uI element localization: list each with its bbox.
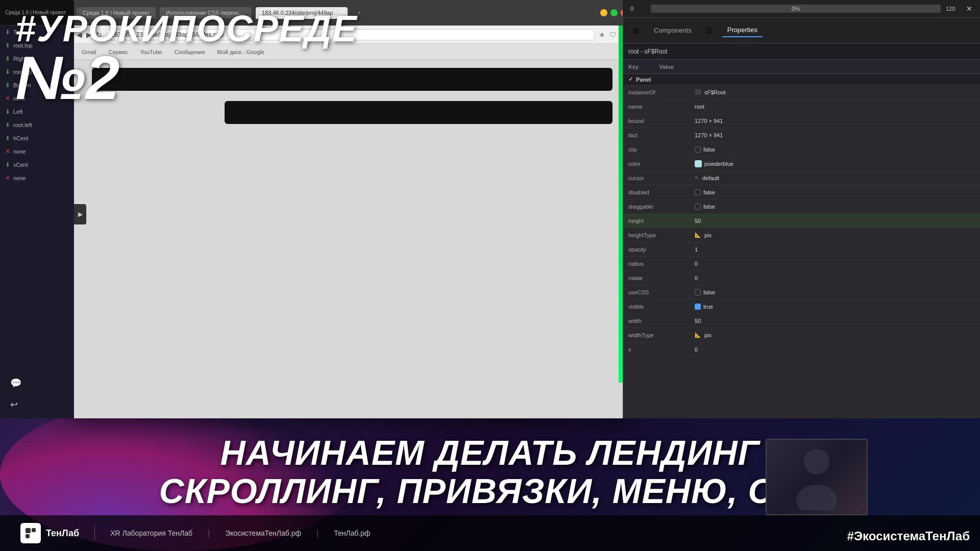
ref-icon: ⬛: [695, 89, 701, 95]
link-separator-1: |: [208, 529, 210, 538]
tab-components[interactable]: Components: [649, 24, 697, 37]
prop-row-rotate[interactable]: rotate 0: [623, 271, 980, 285]
prop-value-draggable: false: [695, 204, 975, 210]
prop-row-opacity[interactable]: opacity 1: [623, 242, 980, 257]
prop-row-visible[interactable]: visible true: [623, 299, 980, 314]
sidebar-item-vcent-group[interactable]: ⬇ vCent: [0, 158, 74, 171]
prop-key-rotate: rotate: [628, 275, 690, 281]
sidebar-icon-2[interactable]: ↩: [5, 396, 69, 413]
brand-link-2[interactable]: ЭкосистемаТенЛаб.рф: [225, 529, 301, 537]
svg-point-4: [796, 485, 837, 510]
prop-value-usecss: false: [695, 289, 975, 295]
prop-key-width: width: [628, 318, 690, 324]
prop-value-width: 50: [695, 318, 975, 324]
components-icon: ⊞: [631, 26, 641, 36]
color-swatch[interactable]: [695, 160, 702, 167]
episode-number: №2: [15, 47, 358, 108]
checkbox-clip[interactable]: [695, 146, 701, 153]
sidebar-item-none-3[interactable]: ✕ none: [0, 171, 74, 185]
prop-row-disabled[interactable]: disabled false: [623, 185, 980, 199]
window-maximize-btn[interactable]: [610, 9, 618, 16]
prop-key-visible: visible: [628, 304, 690, 310]
checkbox-disabled[interactable]: [695, 189, 701, 195]
properties-table: ✓ Panel instanceOf ⬛ sF$Root name root b…: [623, 74, 980, 418]
unit-icon-height: 📐: [695, 232, 701, 238]
prop-key-draggable: draggable: [628, 204, 690, 210]
webcam-video: [767, 440, 867, 514]
prop-row-bound[interactable]: bound 1270 × 941: [623, 114, 980, 128]
prop-row-draggable[interactable]: draggable false: [623, 199, 980, 214]
prop-value-x: 0: [695, 346, 975, 353]
prop-row-name[interactable]: name root: [623, 99, 980, 114]
properties-icon: ☰: [704, 26, 715, 36]
sidebar-item-hcent-group[interactable]: ⬇ hCent: [0, 132, 74, 145]
prop-key-usecss: useCSS: [628, 289, 690, 295]
prop-row-cursor[interactable]: cursor ↖ default: [623, 171, 980, 185]
sidebar-item-none-2[interactable]: ✕ none: [0, 145, 74, 158]
prop-value-opacity: 1: [695, 246, 975, 253]
top-progress-bar: 0 0% 120 ✕: [623, 0, 980, 18]
webcam-thumbnail: [766, 439, 868, 515]
link-separator-2: |: [316, 529, 318, 538]
prop-row-heighttype[interactable]: heightType 📐 pix: [623, 228, 980, 242]
arrow-down-icon-9: ⬇: [5, 161, 10, 168]
brand-icon: [20, 523, 41, 543]
prop-value-instanceof: ⬛ sF$Root: [695, 89, 975, 95]
checkbox-visible[interactable]: [695, 304, 701, 310]
sidebar-item-root-left[interactable]: ⬇ root.left: [0, 118, 74, 132]
sidebar-label-root-left: root.left: [13, 122, 32, 128]
panel-section-header: ✓ Panel: [623, 74, 980, 85]
brand-link-3[interactable]: ТенЛаб.рф: [334, 529, 370, 537]
brand-logo: ТенЛаб: [20, 523, 79, 543]
tab-properties[interactable]: Properties: [722, 23, 763, 37]
prop-value-widthtype: 📐 pix: [695, 332, 975, 338]
prop-row-radius[interactable]: radius 0: [623, 257, 980, 271]
prop-key-color: color: [628, 161, 690, 167]
prop-value-height: 50: [695, 218, 975, 224]
prop-key-x: x: [628, 346, 690, 353]
close-icon-3: ✕: [5, 174, 10, 182]
close-icon-2: ✕: [5, 148, 10, 155]
svg-rect-2: [26, 534, 30, 538]
window-minimize-btn[interactable]: [600, 9, 607, 16]
close-button-top[interactable]: ✕: [966, 5, 972, 13]
bookmark-icon[interactable]: ★: [599, 31, 605, 39]
checkbox-draggable[interactable]: [695, 204, 701, 210]
prop-row-clip[interactable]: clip false: [623, 142, 980, 157]
prop-value-color: powderblue: [695, 160, 975, 167]
checkbox-usecss[interactable]: [695, 289, 701, 295]
prop-row-x[interactable]: x 0: [623, 342, 980, 357]
progress-container: 0%: [651, 5, 941, 13]
prop-value-heighttype: 📐 pix: [695, 232, 975, 238]
prop-key-bound: bound: [628, 118, 690, 124]
prop-row-widthtype[interactable]: widthType 📐 pix: [623, 328, 980, 342]
prop-value-bound: 1270 × 941: [695, 118, 975, 124]
prop-key-clip: clip: [628, 146, 690, 153]
cursor-icon: ↖: [695, 175, 699, 181]
prop-value-fact: 1270 × 941: [695, 132, 975, 138]
prop-row-fact[interactable]: fact 1270 × 941: [623, 128, 980, 142]
prop-key-fact: fact: [628, 132, 690, 138]
sidebar-icon-1[interactable]: 💬: [5, 374, 69, 392]
prop-row-width[interactable]: width 50: [623, 314, 980, 328]
prop-value-name: root: [695, 104, 975, 110]
prop-row-color[interactable]: color powderblue: [623, 157, 980, 171]
prop-row-usecss[interactable]: useCSS false: [623, 285, 980, 299]
right-panel: ⊞ Components ☰ Properties root - sF$Root…: [623, 0, 980, 418]
play-button[interactable]: ▶: [74, 204, 86, 224]
tenlab-logo-svg: [24, 527, 37, 539]
svg-rect-0: [26, 528, 31, 533]
prop-value-rotate: 0: [695, 275, 975, 281]
green-accent-bar: [619, 26, 623, 383]
brand-link-1[interactable]: XR Лаборатория ТенЛаб: [110, 529, 192, 537]
root-path-bar: root - sF$Root: [623, 43, 980, 60]
progress-percent: 0%: [792, 6, 800, 12]
prop-key-instanceof: instanceOf: [628, 89, 690, 95]
sidebar-label-hcent: hCent: [13, 135, 28, 141]
prop-row-instanceof[interactable]: instanceOf ⬛ sF$Root: [623, 85, 980, 99]
prop-value-radius: 0: [695, 261, 975, 267]
prop-key-widthtype: widthType: [628, 332, 690, 338]
prop-row-height[interactable]: height 50: [623, 214, 980, 228]
svg-point-3: [804, 449, 829, 474]
prop-key-opacity: opacity: [628, 246, 690, 253]
